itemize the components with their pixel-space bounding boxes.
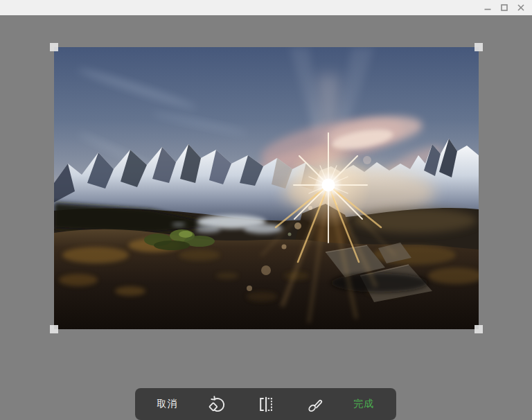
editor-stage: 取消 完成 bbox=[0, 15, 532, 420]
photo-canvas[interactable] bbox=[54, 47, 479, 329]
maximize-button[interactable] bbox=[496, 0, 513, 15]
flip-button[interactable] bbox=[251, 392, 281, 417]
crop-handle-bottom-right[interactable] bbox=[475, 325, 483, 333]
crop-handle-bottom-left[interactable] bbox=[50, 325, 58, 333]
maximize-icon bbox=[500, 3, 508, 12]
flip-icon bbox=[256, 395, 275, 414]
close-icon bbox=[517, 3, 525, 12]
window-controls bbox=[479, 0, 532, 15]
brush-button[interactable] bbox=[299, 392, 329, 417]
crop-handle-top-left[interactable] bbox=[50, 43, 58, 51]
cancel-button[interactable]: 取消 bbox=[152, 395, 184, 413]
edit-toolbar: 取消 完成 bbox=[135, 388, 396, 420]
minimize-button[interactable] bbox=[479, 0, 496, 15]
rotate-icon bbox=[208, 395, 227, 414]
rotate-button[interactable] bbox=[202, 392, 232, 417]
titlebar bbox=[0, 0, 532, 15]
minimize-icon bbox=[484, 3, 492, 12]
close-button[interactable] bbox=[513, 0, 529, 15]
crop-handle-top-right[interactable] bbox=[475, 43, 483, 51]
done-button[interactable]: 完成 bbox=[348, 395, 380, 413]
brush-icon bbox=[305, 395, 323, 414]
